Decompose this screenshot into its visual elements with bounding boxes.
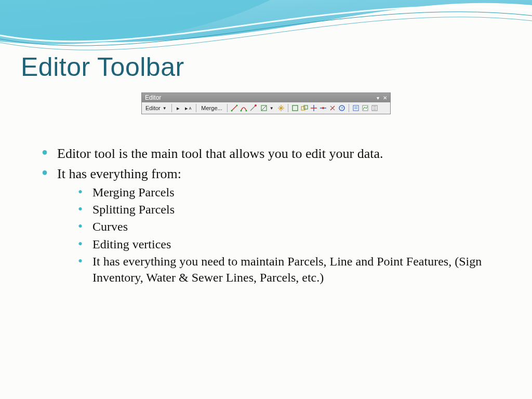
svg-rect-15	[304, 105, 308, 109]
play-icon: ▸	[175, 104, 181, 112]
list-item: It has everything from: Merging Parcels …	[42, 166, 511, 286]
list-item: Merging Parcels	[78, 184, 511, 201]
toolbar-titlebar: Editor ▾ ✕	[142, 93, 390, 102]
topo1-icon	[291, 104, 299, 112]
slide-title: Editor Toolbar	[21, 52, 511, 82]
close-icon: ✕	[383, 95, 387, 101]
list-item: Editing vertices	[78, 236, 511, 252]
svg-rect-27	[363, 105, 368, 111]
svg-point-6	[255, 104, 257, 107]
svg-point-2	[236, 105, 237, 107]
cut-icon	[329, 104, 336, 112]
line-icon	[231, 104, 238, 112]
toolbar-window-controls: ▾ ✕	[375, 94, 387, 101]
rotate-icon	[320, 104, 327, 112]
play-a-icon: ▸A	[183, 104, 193, 112]
endpoint-icon	[249, 104, 257, 112]
list-item: It has everything you need to maintain P…	[78, 254, 511, 286]
sketch-icon	[362, 104, 369, 112]
svg-rect-13	[292, 105, 298, 111]
svg-rect-14	[301, 107, 305, 110]
bullet-list: Editor tool is the main tool that allows…	[21, 145, 511, 286]
merge-button: Merge...	[200, 104, 223, 112]
arc-icon	[240, 104, 247, 112]
svg-rect-24	[353, 105, 358, 111]
help-icon: ?	[338, 104, 345, 112]
sub-bullet-list: Merging Parcels Splitting Parcels Curves…	[57, 184, 511, 286]
svg-point-1	[231, 110, 232, 112]
list-item: Splitting Parcels	[78, 202, 511, 218]
list-item: Curves	[78, 219, 511, 235]
svg-point-19	[322, 107, 324, 109]
svg-line-0	[232, 105, 237, 111]
attributes-icon	[352, 104, 360, 112]
svg-point-3	[240, 110, 242, 112]
list-item: Editor tool is the main tool that allows…	[42, 145, 511, 163]
topo2-icon	[301, 104, 308, 112]
svg-point-4	[245, 110, 247, 112]
editor-toolbar-screenshot: Editor ▾ ✕ Editor▼ ▸ ▸A Merge... ▼	[141, 92, 391, 114]
trace-dropdown-icon: ▼	[259, 104, 275, 112]
editor-menu: Editor▼	[144, 104, 168, 112]
minimize-icon: ▾	[377, 95, 379, 101]
toolbar-window-title: Editor	[145, 94, 161, 101]
svg-text:?: ?	[340, 106, 343, 111]
split-icon	[310, 104, 317, 112]
svg-line-8	[261, 105, 267, 111]
options-icon	[371, 104, 378, 112]
svg-line-5	[250, 105, 256, 111]
burst-icon	[277, 104, 285, 112]
toolbar-strip: Editor▼ ▸ ▸A Merge... ▼ ?	[142, 102, 390, 114]
